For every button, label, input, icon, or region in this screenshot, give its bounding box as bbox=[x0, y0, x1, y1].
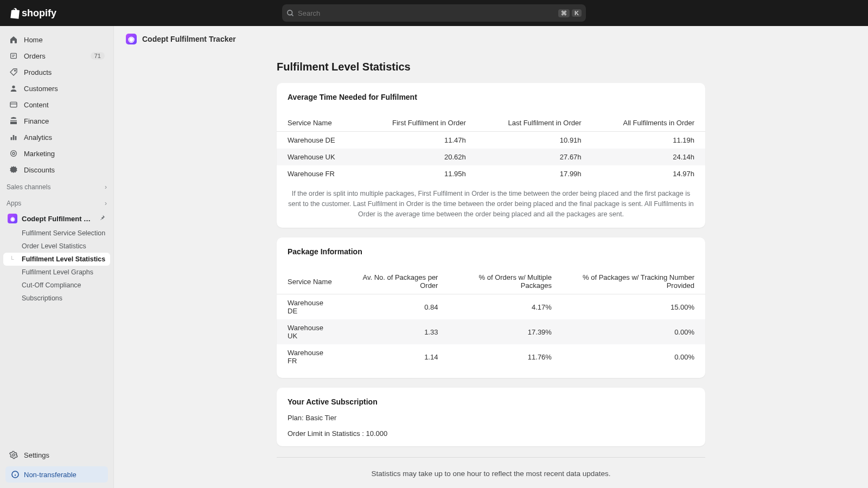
svg-point-4 bbox=[12, 86, 15, 88]
brand-logo[interactable]: shopify bbox=[9, 7, 56, 19]
avg-time-table: Service Name First Fulfilment in Order L… bbox=[277, 114, 705, 182]
sidebar-item-home[interactable]: Home bbox=[4, 31, 109, 48]
sidebar-item-label: Discounts bbox=[24, 166, 55, 174]
codept-app-icon: ◉ bbox=[126, 34, 137, 44]
sidebar-subitem-service-selection[interactable]: Fulfilment Service Selection bbox=[3, 227, 110, 240]
card-title: Package Information bbox=[277, 247, 705, 269]
table-row: Warehouse DE0.844.17%15.00% bbox=[277, 294, 705, 320]
app-title: Codept Fulfilment Tracker bbox=[142, 35, 236, 43]
main-content: ◉ Codept Fulfilment Tracker Fulfilment L… bbox=[114, 26, 868, 488]
svg-point-11 bbox=[12, 454, 15, 456]
sidebar-item-label: Content bbox=[24, 101, 49, 109]
card-title: Average Time Needed for Fulfilment bbox=[277, 93, 705, 114]
svg-rect-5 bbox=[10, 102, 17, 107]
svg-point-3 bbox=[15, 70, 16, 71]
search-input[interactable]: ⌘ K bbox=[282, 4, 586, 22]
orders-icon bbox=[9, 51, 18, 61]
divider bbox=[277, 457, 705, 458]
sidebar-section-sales-channels[interactable]: Sales channels › bbox=[0, 178, 113, 194]
card-foot-text: If the order is split into multiple pack… bbox=[277, 182, 705, 219]
sidebar-item-content[interactable]: Content bbox=[4, 97, 109, 113]
svg-point-10 bbox=[11, 151, 17, 157]
table-row: Warehouse UK20.62h27.67h24.14h bbox=[277, 149, 705, 165]
sidebar-item-orders[interactable]: Orders 71 bbox=[4, 48, 109, 64]
pin-icon[interactable] bbox=[99, 214, 106, 223]
page-header: ◉ Codept Fulfilment Tracker bbox=[114, 26, 868, 52]
codept-app-icon: ◉ bbox=[8, 214, 17, 223]
table-row: Warehouse FR1.1411.76%0.00% bbox=[277, 344, 705, 369]
table-row: Warehouse UK1.3317.39%0.00% bbox=[277, 319, 705, 344]
discounts-icon bbox=[9, 165, 18, 175]
table-row: Warehouse FR11.95h17.99h14.97h bbox=[277, 165, 705, 182]
sidebar-section-apps[interactable]: Apps › bbox=[0, 194, 113, 210]
card-subscription: Your Active Subscription Plan: Basic Tie… bbox=[277, 388, 705, 446]
tree-arrow-icon: └ bbox=[10, 256, 14, 262]
card-avg-time: Average Time Needed for Fulfilment Servi… bbox=[277, 83, 705, 228]
sidebar-app-codept[interactable]: ◉ Codept Fulfilment Tra... bbox=[3, 210, 110, 227]
kbd-k: K bbox=[572, 9, 582, 17]
sidebar-item-label: Products bbox=[24, 68, 52, 76]
content-icon bbox=[9, 100, 18, 110]
col-mult: % of Orders w/ Multiple Packages bbox=[449, 269, 562, 294]
svg-line-1 bbox=[291, 14, 293, 16]
chevron-right-icon: › bbox=[105, 183, 107, 191]
col-service: Service Name bbox=[277, 269, 344, 294]
home-icon bbox=[9, 35, 18, 44]
search-kbd: ⌘ K bbox=[558, 9, 582, 17]
search-field[interactable] bbox=[298, 9, 558, 17]
search-icon bbox=[286, 9, 295, 17]
package-info-table: Service Name Av. No. of Packages per Ord… bbox=[277, 269, 705, 369]
card-package-info: Package Information Service Name Av. No.… bbox=[277, 237, 705, 378]
analytics-icon bbox=[9, 132, 18, 142]
svg-point-0 bbox=[288, 10, 292, 15]
col-track: % of Packages w/ Tracking Number Provide… bbox=[563, 269, 705, 294]
orders-badge: 71 bbox=[91, 52, 105, 60]
gear-icon bbox=[9, 450, 18, 460]
sidebar-item-label: Settings bbox=[24, 451, 49, 459]
col-first: First Fulfilment in Order bbox=[361, 114, 477, 132]
sidebar-subitem-fulfilment-graphs[interactable]: Fulfilment Level Graphs bbox=[3, 266, 110, 279]
sidebar-item-customers[interactable]: Customers bbox=[4, 80, 109, 97]
finance-icon bbox=[9, 116, 18, 126]
topbar: shopify ⌘ K bbox=[0, 0, 868, 26]
page-title: Fulfilment Level Statistics bbox=[277, 61, 705, 73]
notice-text: Non-transferable bbox=[24, 471, 76, 479]
svg-rect-6 bbox=[11, 137, 12, 140]
sidebar-item-label: Finance bbox=[24, 117, 49, 125]
sidebar-item-discounts[interactable]: Discounts bbox=[4, 162, 109, 178]
subscription-plan: Plan: Basic Tier bbox=[277, 414, 705, 422]
col-all: All Fulfilments in Order bbox=[592, 114, 705, 132]
sidebar-subitem-subscriptions[interactable]: Subscriptions bbox=[3, 292, 110, 305]
col-service: Service Name bbox=[277, 114, 361, 132]
section-label: Apps bbox=[7, 200, 21, 207]
sidebar-item-finance[interactable]: Finance bbox=[4, 113, 109, 129]
svg-rect-7 bbox=[13, 135, 15, 140]
card-title: Your Active Subscription bbox=[277, 397, 705, 414]
products-icon bbox=[9, 67, 18, 77]
sidebar-subitem-order-stats[interactable]: Order Level Statistics bbox=[3, 240, 110, 253]
sidebar-item-marketing[interactable]: Marketing bbox=[4, 145, 109, 162]
sidebar-item-label: Analytics bbox=[24, 133, 52, 142]
footer-disclaimer-1: Statistics may take up to one hour to re… bbox=[277, 470, 705, 478]
kbd-cmd: ⌘ bbox=[558, 9, 570, 17]
sidebar-item-analytics[interactable]: Analytics bbox=[4, 129, 109, 145]
info-icon bbox=[11, 470, 20, 479]
sidebar-subitem-fulfilment-stats[interactable]: └Fulfilment Level Statistics bbox=[3, 253, 110, 266]
sidebar: Home Orders 71 Products Customers Conten… bbox=[0, 26, 114, 488]
customers-icon bbox=[9, 84, 18, 93]
search-wrap: ⌘ K bbox=[282, 4, 586, 22]
sidebar-item-settings[interactable]: Settings bbox=[4, 447, 109, 463]
app-name: Codept Fulfilment Tra... bbox=[22, 215, 94, 223]
section-label: Sales channels bbox=[7, 183, 50, 191]
marketing-icon bbox=[9, 149, 18, 158]
subscription-limit: Order Limit in Statistics : 10.000 bbox=[277, 429, 705, 438]
col-avg: Av. No. of Packages per Order bbox=[344, 269, 449, 294]
brand-text: shopify bbox=[22, 8, 56, 19]
sidebar-item-products[interactable]: Products bbox=[4, 64, 109, 80]
chevron-right-icon: › bbox=[105, 200, 107, 207]
sidebar-subitem-cutoff[interactable]: Cut-Off Compliance bbox=[3, 279, 110, 292]
sidebar-item-label: Home bbox=[24, 36, 43, 44]
table-row: Warehouse DE11.47h10.91h11.19h bbox=[277, 132, 705, 149]
sidebar-notice[interactable]: Non-transferable bbox=[5, 466, 108, 483]
sidebar-item-label: Orders bbox=[24, 52, 46, 60]
